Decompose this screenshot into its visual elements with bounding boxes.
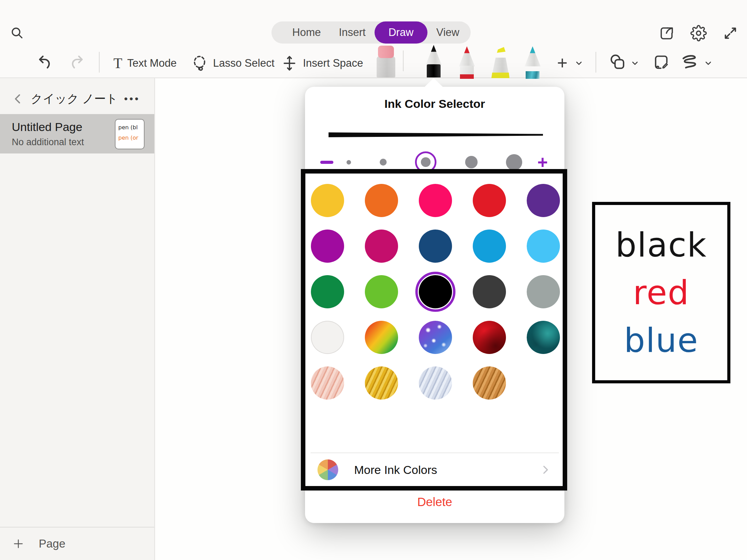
thumbnail-line-1: pen (bl xyxy=(118,122,144,133)
page-list-item[interactable]: Untitled Page No additional text pen (bl… xyxy=(0,114,154,153)
insert-space-icon xyxy=(281,55,298,72)
swatch-bronze[interactable] xyxy=(462,360,516,406)
more-ink-colors-button[interactable]: More Ink Colors xyxy=(305,457,564,483)
ellipsis-icon: ••• xyxy=(124,93,140,105)
tab-insert[interactable]: Insert xyxy=(330,22,375,43)
text-mode-button[interactable]: T Text Mode xyxy=(113,53,177,74)
pen-red-tool[interactable] xyxy=(455,46,479,79)
swatch-dark-gray[interactable] xyxy=(462,269,516,315)
tab-draw[interactable]: Draw xyxy=(375,21,427,44)
swatch-sky-blue[interactable] xyxy=(516,223,570,269)
swatch-gold[interactable] xyxy=(354,360,408,406)
swatch-red[interactable] xyxy=(462,178,516,223)
fullscreen-expand-icon xyxy=(722,25,738,41)
size-dot-3[interactable] xyxy=(421,157,431,167)
green-swatch-dot xyxy=(311,275,344,308)
chevron-down-icon xyxy=(630,59,639,68)
lasso-select-button[interactable]: Lasso Select xyxy=(191,53,275,74)
share-button[interactable] xyxy=(658,24,676,42)
pencil-teal-tool[interactable] xyxy=(520,46,545,79)
decrease-size-button[interactable] xyxy=(319,154,335,170)
swatch-hot-pink[interactable] xyxy=(408,178,462,223)
section-menu-button[interactable]: ••• xyxy=(122,91,142,106)
settings-button[interactable] xyxy=(690,24,708,42)
toolbar-divider xyxy=(99,52,100,73)
bronze-swatch-dot xyxy=(473,366,506,400)
add-pen-chevron[interactable] xyxy=(573,58,585,68)
ruby-swatch-dot xyxy=(473,321,506,354)
page-subtitle: No additional text xyxy=(12,137,84,148)
add-page-button[interactable]: Page xyxy=(0,527,154,560)
purple-swatch-dot xyxy=(527,184,560,217)
pen-tray-divider xyxy=(403,50,404,71)
stroke-preview xyxy=(329,132,543,137)
azure-swatch-dot xyxy=(473,230,506,263)
swatch-black[interactable] xyxy=(408,269,462,315)
plus-icon xyxy=(12,538,24,550)
lasso-select-label: Lasso Select xyxy=(213,57,275,69)
sidebar-header: クイック ノート ••• xyxy=(0,84,154,114)
undo-button[interactable] xyxy=(35,52,54,73)
swatch-azure[interactable] xyxy=(462,223,516,269)
shapes-chevron[interactable] xyxy=(629,58,641,68)
handwritten-word-black: black xyxy=(616,226,707,264)
swatch-marigold[interactable] xyxy=(301,178,354,223)
swatch-orange[interactable] xyxy=(354,178,408,223)
swatch-ruby[interactable] xyxy=(462,315,516,360)
lime-green-swatch-dot xyxy=(365,275,398,308)
redo-icon xyxy=(69,54,85,71)
swatch-magenta[interactable] xyxy=(301,223,354,269)
delete-pen-button[interactable]: Delete xyxy=(305,491,564,513)
eraser-tool[interactable] xyxy=(374,45,398,77)
shapes-button[interactable] xyxy=(607,52,628,73)
swatch-rose-gold[interactable] xyxy=(301,360,354,406)
tab-home[interactable]: Home xyxy=(283,22,330,43)
redo-button[interactable] xyxy=(68,52,86,73)
tab-view[interactable]: View xyxy=(427,22,469,43)
stroke-size-selector: + xyxy=(319,150,551,175)
galaxy-swatch-dot xyxy=(419,321,452,354)
size-dot-list xyxy=(335,151,534,173)
add-page-label: Page xyxy=(39,537,65,550)
black-swatch-dot xyxy=(419,275,452,308)
ink-replay-chevron[interactable] xyxy=(702,58,714,68)
selected-size-ring[interactable] xyxy=(415,151,436,173)
swatch-ocean[interactable] xyxy=(516,315,570,360)
hot-pink-swatch-dot xyxy=(419,184,452,217)
increase-size-button[interactable]: + xyxy=(534,153,551,171)
undo-icon xyxy=(36,54,53,71)
pen-black-tool[interactable] xyxy=(422,45,446,77)
ink-replay-button[interactable] xyxy=(679,52,701,73)
size-dot-1[interactable] xyxy=(347,160,351,165)
eraser-icon xyxy=(377,56,395,77)
swatch-green[interactable] xyxy=(301,269,354,315)
text-mode-label: Text Mode xyxy=(127,57,177,69)
add-pen-button[interactable]: + xyxy=(553,53,571,73)
ribbon-tab-bar: Home Insert Draw View xyxy=(271,21,471,44)
lasso-icon xyxy=(191,55,208,72)
size-dot-2[interactable] xyxy=(380,159,387,166)
size-dot-5[interactable] xyxy=(506,154,522,170)
back-button[interactable] xyxy=(10,91,26,106)
magenta-swatch-dot xyxy=(311,230,344,263)
swatch-white[interactable] xyxy=(301,315,354,360)
fullscreen-button[interactable] xyxy=(721,24,739,42)
swatch-galaxy[interactable] xyxy=(408,315,462,360)
swatch-gray[interactable] xyxy=(516,269,570,315)
ink-annotation-button[interactable] xyxy=(651,52,672,73)
toolbar-divider-2 xyxy=(596,52,596,73)
swatch-navy-blue[interactable] xyxy=(408,223,462,269)
insert-space-button[interactable]: Insert Space xyxy=(281,53,363,74)
insert-space-label: Insert Space xyxy=(303,57,363,69)
swatch-silver[interactable] xyxy=(408,360,462,406)
gold-swatch-dot xyxy=(365,366,398,400)
size-dot-4[interactable] xyxy=(465,156,478,168)
swatch-lime-green[interactable] xyxy=(354,269,408,315)
sky-blue-swatch-dot xyxy=(527,230,560,263)
page-title: Untitled Page xyxy=(12,120,82,134)
swatch-purple[interactable] xyxy=(516,178,570,223)
search-button[interactable] xyxy=(9,25,25,41)
swatch-raspberry[interactable] xyxy=(354,223,408,269)
highlighter-yellow-tool[interactable] xyxy=(488,46,513,78)
swatch-rainbow-glitter[interactable] xyxy=(354,315,408,360)
